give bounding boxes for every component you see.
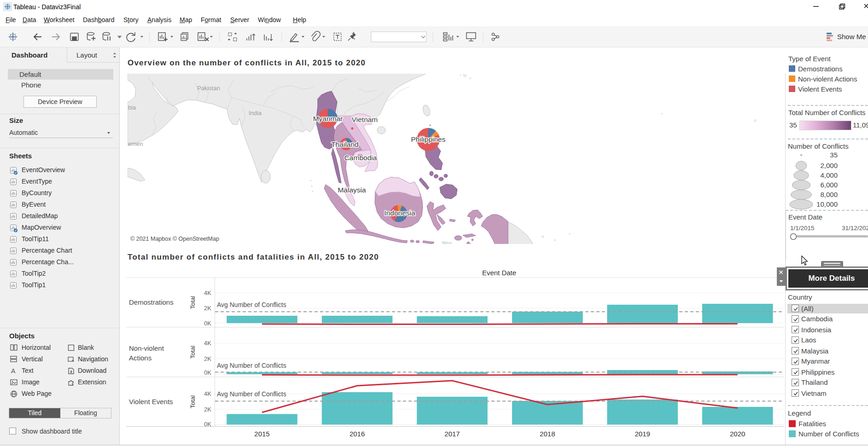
svg-text:0K: 0K bbox=[204, 320, 211, 327]
svg-text:Indonesia: Indonesia bbox=[384, 209, 415, 217]
svg-text:Malaysia: Malaysia bbox=[338, 186, 366, 194]
svg-text:Demostrations: Demostrations bbox=[129, 298, 174, 306]
svg-text:© 2021 Mapbox © OpenStreetMap: © 2021 Mapbox © OpenStreetMap bbox=[130, 236, 219, 242]
svg-text:4K: 4K bbox=[204, 340, 211, 347]
svg-text:2015: 2015 bbox=[254, 430, 269, 438]
svg-text:2K: 2K bbox=[204, 355, 211, 362]
svg-text:2020: 2020 bbox=[730, 430, 745, 438]
svg-text:Thailand: Thailand bbox=[331, 140, 358, 148]
svg-text:Event Date: Event Date bbox=[482, 269, 516, 277]
svg-text:Total: Total bbox=[189, 296, 196, 309]
svg-text:Show Me: Show Me bbox=[837, 33, 866, 41]
svg-text:India: India bbox=[249, 110, 262, 116]
svg-text:bia: bia bbox=[128, 104, 136, 111]
svg-text:2019: 2019 bbox=[635, 430, 650, 438]
svg-text:emen: emen bbox=[128, 140, 143, 147]
svg-text:Pakistan: Pakistan bbox=[197, 85, 220, 92]
svg-text:4K: 4K bbox=[204, 390, 211, 397]
svg-text:Actions: Actions bbox=[129, 354, 151, 362]
svg-text:2016: 2016 bbox=[350, 430, 365, 438]
svg-text:2K: 2K bbox=[204, 305, 211, 312]
svg-text:Avg Number of Conflicts: Avg Number of Conflicts bbox=[217, 362, 286, 369]
svg-text:0K: 0K bbox=[204, 421, 211, 428]
svg-text:Total: Total bbox=[189, 395, 196, 409]
svg-text:2017: 2017 bbox=[444, 430, 460, 438]
svg-text:Avg Number of Conflicts: Avg Number of Conflicts bbox=[217, 390, 286, 398]
svg-text:Philippines: Philippines bbox=[411, 135, 446, 143]
svg-text:4K: 4K bbox=[204, 290, 211, 296]
svg-text:Myanmar: Myanmar bbox=[313, 115, 343, 122]
svg-text:2018: 2018 bbox=[540, 430, 555, 438]
svg-text:Non-violent: Non-violent bbox=[129, 344, 164, 352]
svg-text:0K: 0K bbox=[204, 369, 211, 376]
svg-text:A: A bbox=[11, 367, 16, 375]
svg-text:Cambodia: Cambodia bbox=[344, 154, 377, 162]
svg-text:Avg Number of Conflicts: Avg Number of Conflicts bbox=[217, 301, 286, 308]
svg-text:Total: Total bbox=[189, 346, 196, 359]
svg-text:Violent Events: Violent Events bbox=[129, 398, 173, 405]
svg-text:2K: 2K bbox=[204, 406, 211, 413]
svg-text:Vietnam: Vietnam bbox=[352, 116, 378, 123]
